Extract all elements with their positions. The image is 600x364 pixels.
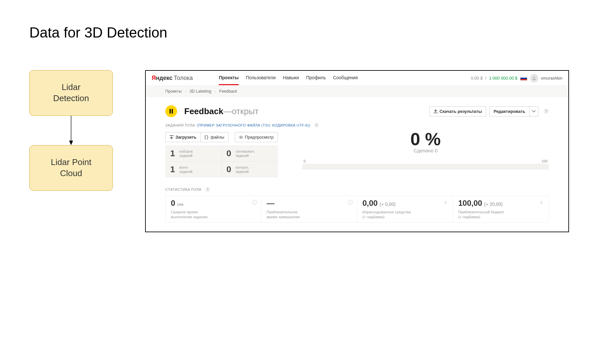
page-header: Feedback — открыт Скачать результаты Ред…	[146, 97, 568, 123]
yandex-logo: Яндекс	[152, 75, 172, 82]
pause-button[interactable]	[165, 105, 177, 117]
breadcrumb: Проекты › 3D Labeling › Feedback	[146, 86, 568, 97]
crumb-3d-labeling[interactable]: 3D Labeling	[189, 89, 211, 94]
page-status: открыт	[232, 106, 259, 116]
stat-control-tasks: 0 контрол. заданий	[222, 161, 278, 177]
stat-big: 100,00	[458, 199, 482, 208]
content-area: ЗАДАНИЯ ПУЛА (Пример загрузочного файла …	[146, 123, 568, 222]
stat-big: —	[267, 199, 275, 208]
download-icon	[434, 109, 438, 113]
tab-projects[interactable]: Проекты	[219, 71, 239, 85]
toloka-app-frame: Яндекс Толока Проекты Пользователи Навык…	[145, 70, 569, 232]
example-file-link[interactable]: (Пример загрузочного файла (tsv, кодиров…	[197, 123, 310, 127]
diagram-box-lidar-detection: Lidar Detection	[29, 70, 113, 116]
edit-dropdown-button[interactable]	[529, 106, 538, 116]
stat-label: контрол. заданий	[236, 165, 249, 174]
nav-tabs: Проекты Пользователи Навыки Профиль Сооб…	[219, 71, 358, 85]
info-icon[interactable]: ?	[314, 123, 319, 128]
diagram-arrow	[29, 116, 113, 145]
upload-button[interactable]: Загрузить	[165, 132, 200, 142]
balance-total: 1 000 000.00 $	[489, 76, 518, 81]
stat-total-tasks: 1 всего заданий	[165, 161, 222, 177]
preview-label: Предпросмотр	[245, 135, 274, 140]
stat-num: 1	[170, 164, 176, 174]
stat-unit: сек	[177, 202, 183, 207]
stat-num: 1	[170, 148, 176, 159]
crumb-sep: ›	[185, 89, 186, 94]
upload-row: Загрузить файлы Предпросмотр	[165, 132, 278, 142]
svg-rect-3	[172, 109, 173, 114]
edit-button-group: Редактировать	[489, 106, 538, 116]
eye-icon	[239, 135, 243, 139]
stat-big: 0	[171, 199, 175, 208]
pool-stats-row: 0 сек Среднее время выполнения задания —…	[165, 196, 549, 222]
tab-messages[interactable]: Сообщения	[333, 71, 358, 85]
stat-desc: Приблизительное время завершения	[267, 210, 352, 220]
files-button[interactable]: файлы	[200, 132, 228, 142]
stat-label: тренировоч. заданий	[236, 149, 255, 158]
pool-stats-label-text: СТАТИСТИКА ПУЛА	[165, 188, 202, 191]
dollar-icon: $	[539, 199, 545, 206]
page-status-dash: —	[223, 106, 232, 116]
stat-budget: 100,00 (+ 20,00) Приблизительный бюджет …	[453, 196, 549, 222]
topbar-right: 0.00 $ / 1 000 000.00 $ vmurashkin	[471, 74, 562, 83]
toloka-logo: Толока	[174, 75, 193, 82]
stat-num: 0	[227, 164, 232, 174]
pool-tasks-label-text: ЗАДАНИЯ ПУЛА	[165, 123, 195, 127]
stat-eta: — Приблизительное время завершения	[262, 196, 357, 222]
pool-stats-section-label: СТАТИСТИКА ПУЛА ?	[165, 187, 549, 192]
stat-desc: Приблизительный бюджет (+ надбавка)	[458, 210, 543, 220]
columns: Загрузить файлы Предпросмотр 1	[165, 132, 549, 177]
avatar[interactable]	[530, 74, 538, 83]
topbar: Яндекс Толока Проекты Пользователи Навык…	[146, 71, 568, 86]
crumb-projects[interactable]: Проекты	[165, 89, 182, 94]
username[interactable]: vmurashkin	[541, 76, 562, 81]
stat-avg-time: 0 сек Среднее время выполнения задания	[166, 196, 262, 222]
progress-percent: 0 %	[302, 129, 549, 149]
svg-point-5	[240, 137, 241, 138]
edit-label: Редактировать	[494, 109, 525, 114]
stat-num: 0	[227, 148, 232, 159]
info-icon[interactable]: ?	[544, 109, 549, 114]
svg-marker-1	[69, 141, 73, 145]
info-icon[interactable]: ?	[205, 187, 210, 192]
stat-label: наборов заданий	[179, 149, 193, 158]
crumb-feedback: Feedback	[219, 89, 237, 94]
diagram-box-lidar-pointcloud: Lidar Point Cloud	[29, 145, 113, 191]
download-results-label: Скачать результаты	[440, 109, 482, 114]
preview-button[interactable]: Предпросмотр	[235, 132, 278, 142]
tab-skills[interactable]: Навыки	[283, 71, 299, 85]
svg-rect-2	[170, 109, 171, 114]
svg-text:$: $	[540, 200, 543, 205]
stat-desc: Израсходованные средства (+ надбавка)	[363, 210, 448, 220]
page-title: Feedback	[184, 106, 223, 116]
clock-icon	[251, 199, 257, 206]
flag-icon[interactable]	[520, 76, 527, 81]
page-header-actions: Скачать результаты Редактировать ?	[429, 106, 549, 116]
stat-sub: (+ 0,00)	[380, 202, 396, 207]
progress-done-label: Сделано 0	[302, 148, 549, 153]
files-label: файлы	[210, 135, 224, 140]
chevron-down-icon	[532, 110, 535, 112]
diagram-box-label: Lidar Detection	[53, 82, 89, 104]
download-results-button[interactable]: Скачать результаты	[429, 106, 486, 116]
progress-max: 100	[542, 159, 548, 163]
file-icon	[204, 135, 208, 139]
stat-desc: Среднее время выполнения задания	[171, 210, 256, 220]
slide-title: Data for 3D Detection	[29, 24, 167, 41]
upload-label: Загрузить	[175, 135, 196, 140]
svg-text:$: $	[444, 200, 447, 205]
upload-icon	[170, 135, 173, 139]
diagram-box-label: Lidar Point Cloud	[51, 157, 91, 179]
clock-icon	[347, 199, 353, 206]
edit-button[interactable]: Редактировать	[489, 106, 529, 116]
yandex-logo-rest: ндекс	[156, 75, 172, 81]
tab-users[interactable]: Пользователи	[246, 71, 276, 85]
tab-profile[interactable]: Профиль	[306, 71, 326, 85]
dollar-icon: $	[443, 199, 449, 206]
balance-separator: /	[485, 76, 487, 81]
stat-big: 0,00	[363, 199, 378, 208]
crumb-sep: ›	[215, 89, 216, 94]
pool-tasks-section-label: ЗАДАНИЯ ПУЛА (Пример загрузочного файла …	[165, 123, 549, 128]
stat-training-tasks: 0 тренировоч. заданий	[222, 145, 278, 161]
